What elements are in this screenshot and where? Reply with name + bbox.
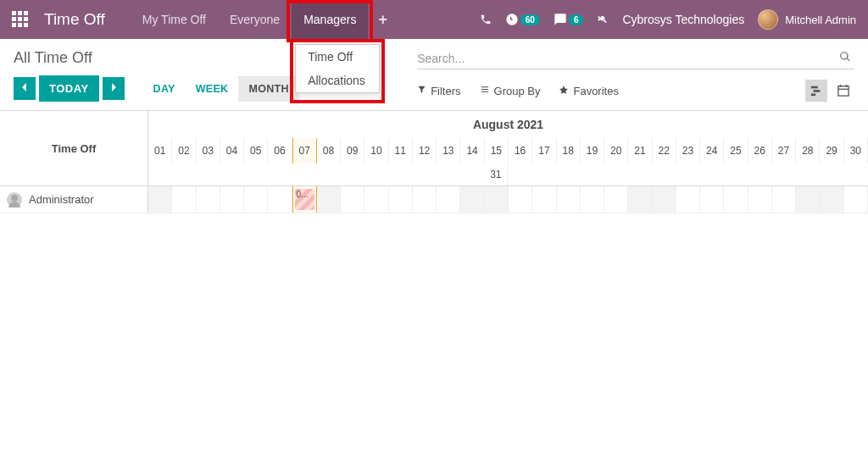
- calendar-view-button[interactable]: [832, 80, 854, 102]
- gantt-day-header: 08: [317, 138, 341, 163]
- gantt-cell[interactable]: [676, 186, 700, 213]
- user-menu[interactable]: Mitchell Admin: [758, 9, 856, 30]
- gantt-side-header: Time Off: [0, 111, 148, 185]
- next-button[interactable]: [103, 77, 125, 100]
- svg-rect-5: [840, 85, 842, 87]
- gantt-cell[interactable]: [268, 186, 292, 213]
- gantt-cell[interactable]: [220, 186, 244, 213]
- search-bar[interactable]: [417, 49, 854, 69]
- time-off-pill[interactable]: 0...: [295, 189, 314, 210]
- gantt-cell[interactable]: [364, 186, 388, 213]
- gantt-day-header: 02: [172, 138, 196, 163]
- gantt-body: Administrator0...: [0, 186, 868, 213]
- gantt-cell[interactable]: [413, 186, 437, 213]
- svg-rect-0: [811, 86, 818, 89]
- app-brand: Time Off: [44, 10, 105, 29]
- gantt-period-label: August 2021: [148, 111, 868, 138]
- gantt-row-label[interactable]: Administrator: [0, 186, 148, 213]
- managers-dropdown: Time Off Allocations: [295, 44, 380, 93]
- top-navbar: Time Off My Time Off Everyone Managers +…: [0, 0, 868, 39]
- nav-add-icon[interactable]: +: [368, 11, 398, 29]
- activity-icon[interactable]: 60: [505, 13, 540, 26]
- gantt-cell[interactable]: [485, 186, 509, 213]
- svg-rect-3: [838, 86, 849, 96]
- gantt-day-header: 17: [532, 138, 556, 163]
- search-icon[interactable]: [836, 51, 854, 65]
- prev-button[interactable]: [14, 77, 36, 100]
- gantt-row-name: Administrator: [29, 193, 94, 206]
- dropdown-allocations[interactable]: Allocations: [296, 69, 379, 92]
- gantt-cell[interactable]: [532, 186, 556, 213]
- gantt-view-button[interactable]: [805, 80, 827, 102]
- gantt-day-header: 09: [341, 138, 364, 163]
- gantt-day-header: 27: [772, 138, 796, 163]
- gantt-cell[interactable]: [653, 186, 676, 213]
- favorites-menu[interactable]: Favorites: [559, 85, 618, 97]
- phone-icon[interactable]: [480, 14, 492, 25]
- gantt-date-header-row2: 31: [148, 163, 868, 185]
- gantt-day-header: 14: [460, 138, 484, 163]
- today-button[interactable]: TODAY: [39, 75, 99, 102]
- gantt-cell[interactable]: [389, 186, 413, 213]
- funnel-icon: [417, 85, 426, 97]
- gantt-cell[interactable]: [148, 186, 172, 213]
- gantt-day-header: 01: [148, 138, 172, 163]
- gantt-day-header: 29: [820, 138, 843, 163]
- gantt-cell[interactable]: [244, 186, 268, 213]
- gantt-day-header: 05: [244, 138, 268, 163]
- gantt-cell[interactable]: [317, 186, 341, 213]
- gantt-cell[interactable]: [197, 186, 220, 213]
- tools-icon[interactable]: [597, 14, 609, 25]
- gantt-cell[interactable]: [724, 186, 748, 213]
- search-input[interactable]: [417, 52, 836, 65]
- gantt-cell[interactable]: [172, 186, 196, 213]
- gantt-cell[interactable]: [509, 186, 532, 213]
- groupby-label: Group By: [494, 85, 541, 97]
- person-icon: [7, 192, 22, 208]
- gantt-day-header: 19: [581, 138, 604, 163]
- groupby-menu[interactable]: Group By: [480, 85, 541, 97]
- gantt-cell[interactable]: 0...: [292, 186, 317, 213]
- star-icon: [559, 85, 569, 97]
- gantt-day-header: 06: [268, 138, 292, 163]
- scale-day[interactable]: DAY: [143, 76, 186, 102]
- gantt-day-header: 04: [220, 138, 244, 163]
- user-avatar-icon: [758, 9, 778, 30]
- gantt-day-header: 15: [485, 138, 509, 163]
- nav-my-time-off[interactable]: My Time Off: [131, 0, 218, 39]
- gantt-day-header: 18: [557, 138, 581, 163]
- gantt-cell[interactable]: [460, 186, 484, 213]
- gantt-day-header: 03: [197, 138, 220, 163]
- scale-week[interactable]: WEEK: [186, 76, 239, 102]
- gantt-cell[interactable]: [844, 186, 868, 213]
- dropdown-time-off[interactable]: Time Off: [296, 45, 379, 69]
- gantt-cell[interactable]: [604, 186, 628, 213]
- gantt-day-header: 26: [748, 138, 772, 163]
- user-name: Mitchell Admin: [785, 14, 856, 26]
- gantt-cell[interactable]: [557, 186, 581, 213]
- svg-rect-1: [814, 90, 821, 92]
- company-name[interactable]: Cybrosys Technologies: [622, 13, 744, 26]
- discuss-icon[interactable]: 6: [554, 13, 584, 26]
- gantt-day-header: 22: [653, 138, 676, 163]
- scale-month[interactable]: MONTH: [238, 76, 298, 102]
- gantt-cell[interactable]: [628, 186, 652, 213]
- gantt-cell[interactable]: [748, 186, 772, 213]
- filters-menu[interactable]: Filters: [417, 85, 460, 97]
- gantt-cell[interactable]: [796, 186, 820, 213]
- gantt-cell[interactable]: [341, 186, 364, 213]
- gantt-day-header: 10: [364, 138, 388, 163]
- gantt-cell[interactable]: [772, 186, 796, 213]
- gantt-date-header: 0102030405060708091011121314151617181920…: [148, 138, 868, 163]
- nav-everyone[interactable]: Everyone: [218, 0, 292, 39]
- gantt-cell[interactable]: [700, 186, 724, 213]
- apps-icon[interactable]: [12, 11, 29, 28]
- svg-rect-6: [846, 85, 848, 87]
- nav-items: My Time Off Everyone Managers +: [131, 0, 398, 39]
- gantt-cell[interactable]: [581, 186, 604, 213]
- gantt-day-header: 25: [724, 138, 748, 163]
- gantt-cell[interactable]: [820, 186, 843, 213]
- nav-managers[interactable]: Managers: [292, 0, 368, 39]
- gantt-cell[interactable]: [437, 186, 460, 213]
- gantt-day-header: 20: [604, 138, 628, 163]
